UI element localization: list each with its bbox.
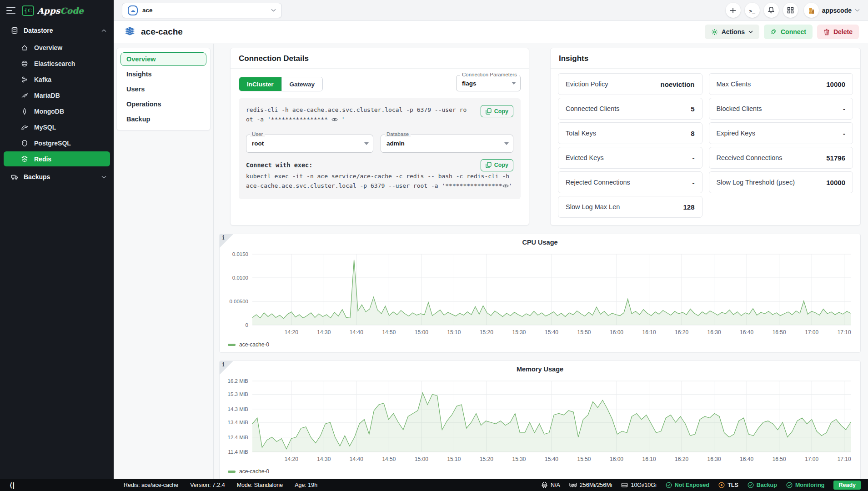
sidebar-item-overview[interactable]: Overview	[4, 40, 110, 55]
svg-text:16:20: 16:20	[675, 329, 688, 336]
sidebar-item-mysql[interactable]: MySQL	[4, 120, 110, 135]
svg-text:0.00500: 0.00500	[229, 299, 248, 304]
kafka-icon	[21, 76, 28, 83]
tab-gateway[interactable]: Gateway	[281, 77, 323, 91]
bell-button[interactable]	[764, 3, 779, 18]
namespace-select[interactable]: ☁ ace	[122, 3, 282, 18]
stat-evicted-keys: Evicted Keys-	[558, 147, 702, 169]
svg-text:14:30: 14:30	[317, 456, 331, 462]
footer-info-item: Version: 7.2.4	[190, 482, 225, 488]
svg-text:15:50: 15:50	[577, 329, 591, 336]
chevron-down-icon	[512, 82, 516, 85]
database-icon	[11, 27, 18, 34]
connection-parameters-select[interactable]: Connection Parameters flags	[456, 75, 521, 91]
appscode-logo-icon: ⎨C	[22, 5, 34, 16]
info-icon[interactable]: i	[220, 234, 233, 248]
footer-right: N/A256Mi/256Mi10Gi/10GiNot ExposedTLSBac…	[541, 481, 868, 490]
footer-resource-memory: 256Mi/256Mi	[569, 482, 612, 488]
footer-status-tls: TLS	[718, 482, 738, 488]
svg-text:17:10: 17:10	[838, 329, 851, 336]
svg-text:16:40: 16:40	[740, 456, 753, 462]
tab-users[interactable]: Users	[120, 82, 206, 96]
svg-text:16:30: 16:30	[707, 329, 721, 336]
charts-area: iCPU Usage14:2014:3014:4014:5015:0015:10…	[219, 234, 861, 479]
sidebar-toggle-icon[interactable]	[6, 5, 15, 15]
svg-text:11.4 MiB: 11.4 MiB	[228, 449, 248, 455]
tab-backup[interactable]: Backup	[120, 112, 206, 126]
copy-cli-button[interactable]: Copy	[481, 105, 513, 117]
main-panel: Connection Details InCluster Gateway Con…	[214, 44, 868, 479]
svg-text:17:10: 17:10	[838, 456, 851, 462]
stat-rejected-connections: Rejected Connections-	[558, 171, 702, 193]
sidebar-item-postgresql[interactable]: PostgreSQL	[4, 135, 110, 150]
eye-icon[interactable]	[331, 117, 338, 122]
svg-text:16:30: 16:30	[707, 456, 721, 462]
avatar	[804, 3, 819, 18]
elasticsearch-icon	[21, 60, 28, 67]
sidebar-item-mongodb[interactable]: MongoDB	[4, 104, 110, 119]
sidebar: ⎨C AppsCode DatastoreOverviewElasticsear…	[0, 0, 114, 479]
sidebar-item-mariadb[interactable]: MariaDB	[4, 88, 110, 103]
cpu-icon	[541, 481, 548, 488]
gear-icon	[711, 29, 718, 35]
chart-panel-memory-usage: iMemory Usage14:2014:3014:4014:5015:0015…	[219, 361, 861, 479]
home-icon	[21, 44, 28, 51]
tab-incluster[interactable]: InCluster	[239, 77, 281, 91]
chart-legend[interactable]: ace-cache-0	[223, 467, 857, 477]
delete-button[interactable]: Delete	[817, 25, 859, 39]
mariadb-icon	[21, 92, 28, 99]
sidebar-section-backups[interactable]: Backups	[0, 167, 114, 185]
terminal-button[interactable]: >_	[745, 3, 760, 18]
copy-exec-button[interactable]: Copy	[481, 159, 513, 171]
stat-slow-log-max-len: Slow Log Max Len128	[558, 196, 702, 218]
svg-text:15:40: 15:40	[545, 329, 558, 336]
stat-blocked-clients: Blocked Clients-	[709, 98, 853, 120]
svg-text:14:30: 14:30	[317, 329, 331, 336]
svg-text:0: 0	[246, 322, 248, 328]
sidebar-item-kafka[interactable]: Kafka	[4, 72, 110, 87]
check-circle-icon	[666, 482, 672, 488]
tab-insights[interactable]: Insights	[120, 67, 206, 81]
svg-text:14:20: 14:20	[285, 456, 298, 462]
mongodb-icon	[21, 108, 28, 115]
chart-legend[interactable]: ace-cache-0	[223, 341, 857, 351]
insights-card: Insights Eviction PolicynoevictionMax Cl…	[550, 48, 861, 225]
database-select[interactable]: Database admin	[381, 135, 513, 153]
footer-resource-disk: 10Gi/10Gi	[621, 482, 656, 488]
apps-grid-button[interactable]	[783, 3, 798, 18]
connect-button[interactable]: Connect	[764, 25, 813, 39]
insights-title: Insights	[551, 48, 860, 68]
clipboard-icon	[486, 162, 492, 168]
svg-text:13.4 MiB: 13.4 MiB	[228, 420, 249, 425]
stat-connected-clients: Connected Clients5	[558, 98, 702, 120]
chart-title: Memory Usage	[223, 366, 857, 373]
svg-text:14:50: 14:50	[382, 456, 396, 462]
subnav: OverviewInsightsUsersOperationsBackup	[116, 48, 211, 130]
appscode-logo[interactable]: ⎨C AppsCode	[22, 5, 84, 16]
sidebar-section-datastore[interactable]: Datastore	[0, 21, 114, 39]
chart-plot: 14:2014:3014:4014:5015:0015:1015:2015:30…	[223, 246, 856, 341]
svg-text:15:00: 15:00	[415, 456, 428, 462]
tab-overview[interactable]: Overview	[120, 52, 206, 66]
kubectl-exec-command: kubectl exec -it -n ace service/ace-cach…	[246, 171, 513, 191]
page-header: ace-cache Actions Connect Delete	[114, 21, 868, 43]
eye-icon[interactable]	[502, 184, 509, 188]
footer-status-not-exposed: Not Exposed	[666, 482, 709, 488]
page-title: ace-cache	[141, 27, 183, 37]
user-select[interactable]: User root	[246, 135, 373, 153]
ready-badge[interactable]: Ready	[833, 481, 861, 490]
actions-button[interactable]: Actions	[705, 25, 759, 39]
svg-text:16:50: 16:50	[773, 329, 786, 336]
info-icon[interactable]: i	[220, 361, 233, 375]
sidebar-item-redis[interactable]: Redis	[4, 151, 110, 166]
sidebar-item-elasticsearch[interactable]: Elasticsearch	[4, 56, 110, 71]
content: OverviewInsightsUsersOperationsBackup Co…	[114, 44, 868, 479]
collapse-footer-icon[interactable]: ⟨|	[0, 481, 25, 489]
namespace-value: ace	[142, 7, 266, 14]
user-menu[interactable]: appscode	[804, 3, 860, 18]
stat-received-connections: Received Connections51796	[709, 147, 853, 169]
tab-operations[interactable]: Operations	[120, 97, 206, 111]
topbar: ☁ ace >_appscode	[114, 0, 868, 21]
plus-button[interactable]	[726, 3, 741, 18]
clipboard-icon	[486, 108, 492, 115]
